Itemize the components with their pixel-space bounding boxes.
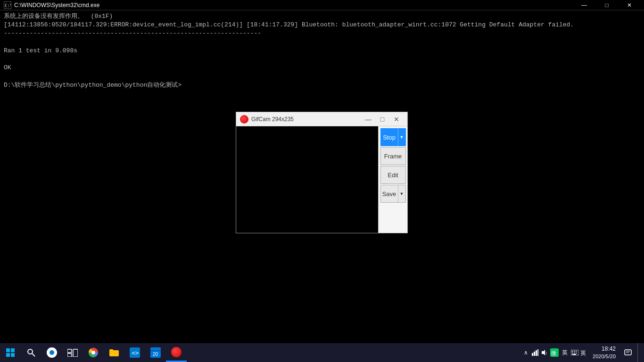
tray-chevron-button[interactable]: ∧ — [522, 349, 529, 356]
show-desktop-button[interactable] — [637, 343, 640, 362]
svg-text:C:\: C:\ — [5, 3, 11, 8]
keyboard-icon[interactable] — [571, 349, 578, 356]
cmd-controls: — □ ✕ — [573, 0, 640, 10]
svg-rect-16 — [150, 350, 161, 351]
taskbar: <> 20 ∧ ) — [0, 343, 644, 362]
gifcam-taskbar-icon — [171, 347, 182, 357]
svg-rect-8 — [67, 349, 72, 353]
notification-icon — [624, 349, 632, 356]
svg-rect-4 — [6, 353, 10, 357]
folder-icon — [109, 348, 119, 357]
svg-rect-5 — [11, 353, 15, 357]
save-button-label: Save — [381, 185, 398, 202]
chrome-button[interactable] — [83, 343, 104, 362]
cmd-icon: C:\ — [4, 1, 11, 9]
gifcam-preview-area — [236, 126, 378, 233]
search-icon — [27, 348, 35, 357]
frame-button[interactable]: Frame — [380, 147, 406, 165]
stop-button[interactable]: Stop ▼ — [380, 128, 406, 146]
ime-label: 英 — [562, 349, 568, 357]
svg-rect-20 — [536, 350, 537, 356]
gifcam-maximize-button[interactable]: □ — [375, 115, 389, 124]
calendar-button[interactable]: 20 — [145, 343, 166, 362]
windows-icon — [6, 348, 15, 357]
svg-rect-19 — [534, 352, 535, 356]
ime-icon[interactable]: 英 — [561, 349, 569, 356]
gifcam-body: Stop ▼ Frame Edit Save ▼ — [236, 126, 407, 233]
taskview-icon — [67, 348, 78, 357]
svg-rect-28 — [576, 351, 577, 352]
svg-text:<>: <> — [132, 349, 139, 356]
vscode-button[interactable]: <> — [124, 343, 145, 362]
cmd-title: C:\WINDOWS\System32\cmd.exe — [14, 2, 573, 8]
svg-text:英: 英 — [580, 350, 586, 356]
clock-date: 2020/5/20 — [593, 353, 616, 360]
svg-rect-18 — [532, 353, 533, 356]
gifcam-close-button[interactable]: ✕ — [389, 115, 404, 124]
svg-point-6 — [28, 349, 33, 354]
stop-button-label: Stop — [381, 129, 398, 146]
cmd-titlebar: C:\ C:\WINDOWS\System32\cmd.exe — □ ✕ — [0, 0, 644, 10]
svg-rect-2 — [6, 348, 10, 352]
system-clock[interactable]: 18:42 2020/5/20 — [590, 345, 619, 360]
gifcam-titlebar: GifCam 294x235 — □ ✕ — [236, 112, 407, 126]
start-button[interactable] — [0, 343, 21, 362]
cortana-button[interactable] — [41, 343, 62, 362]
gifcam-title: GifCam 294x235 — [251, 116, 361, 123]
save-dropdown-arrow[interactable]: ▼ — [398, 185, 405, 202]
input-method-icon[interactable]: 英 — [580, 349, 588, 356]
svg-marker-22 — [542, 350, 545, 355]
calendar-icon: 20 — [150, 347, 161, 358]
svg-rect-9 — [67, 354, 72, 357]
svg-rect-10 — [73, 349, 78, 357]
cmd-close-button[interactable]: ✕ — [619, 0, 640, 10]
gifcam-window: GifCam 294x235 — □ ✕ Stop ▼ Frame Edit S… — [236, 112, 408, 233]
save-button[interactable]: Save ▼ — [380, 185, 406, 203]
vscode-icon: <> — [130, 347, 140, 358]
edit-button[interactable]: Edit — [380, 166, 406, 184]
svg-rect-29 — [572, 353, 573, 354]
volume-icon[interactable]: ) — [541, 349, 548, 356]
svg-line-7 — [32, 354, 35, 356]
gifcam-sidebar: Stop ▼ Frame Edit Save ▼ — [378, 126, 407, 233]
gifcam-logo-icon — [240, 115, 248, 123]
network-icon[interactable] — [531, 349, 539, 356]
svg-text:微: 微 — [551, 350, 556, 356]
system-tray: ∧ ) 微 英 — [522, 343, 644, 362]
clock-time: 18:42 — [593, 345, 616, 353]
svg-rect-3 — [11, 348, 15, 352]
gifcam-taskbar-button[interactable] — [166, 343, 187, 362]
gifcam-minimize-button[interactable]: — — [361, 115, 375, 124]
search-button[interactable] — [21, 343, 41, 362]
svg-rect-21 — [537, 349, 538, 356]
svg-point-12 — [91, 351, 95, 354]
svg-text:20: 20 — [153, 352, 158, 357]
explorer-button[interactable] — [104, 343, 124, 362]
stop-dropdown-arrow[interactable]: ▼ — [398, 129, 405, 146]
svg-rect-30 — [574, 353, 575, 354]
svg-rect-27 — [574, 351, 575, 352]
svg-rect-31 — [576, 353, 577, 354]
svg-rect-32 — [572, 354, 576, 355]
wechat-icon[interactable]: 微 — [550, 348, 559, 357]
notification-button[interactable] — [620, 343, 636, 362]
cmd-maximize-button[interactable]: □ — [596, 0, 618, 10]
svg-rect-26 — [572, 351, 573, 352]
cmd-minimize-button[interactable]: — — [573, 0, 595, 10]
chrome-icon — [88, 347, 99, 358]
taskview-button[interactable] — [62, 343, 83, 362]
svg-text:): ) — [545, 351, 547, 355]
cortana-icon — [47, 347, 57, 358]
